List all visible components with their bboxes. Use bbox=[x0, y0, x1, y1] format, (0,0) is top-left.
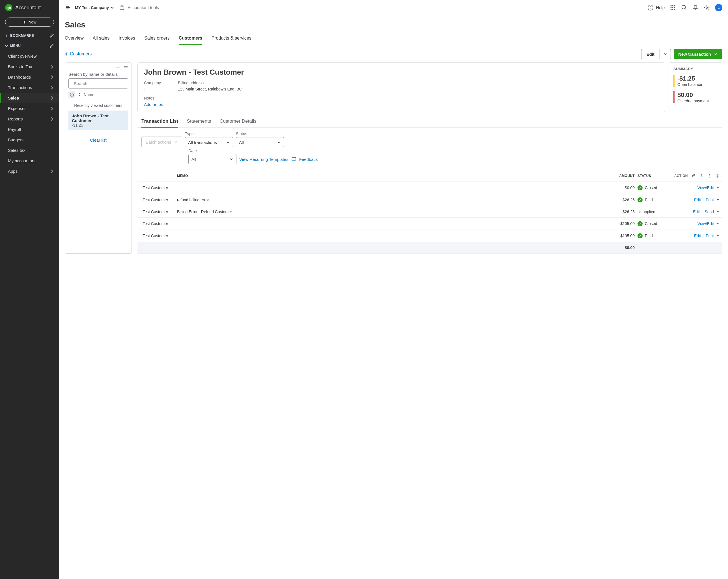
sidebar-item-payroll[interactable]: Payroll bbox=[0, 124, 59, 135]
sidebar-item-expenses[interactable]: Expenses bbox=[0, 103, 59, 114]
caret-down-icon[interactable] bbox=[716, 234, 720, 237]
row-memo: Billing Error - Refund Customer bbox=[177, 210, 603, 214]
edit-button[interactable]: Edit bbox=[641, 49, 660, 59]
print-icon[interactable] bbox=[692, 174, 696, 178]
back-to-customers-link[interactable]: Customers bbox=[65, 51, 92, 56]
menu-section[interactable]: MENU bbox=[0, 41, 59, 51]
tab-customers[interactable]: Customers bbox=[179, 33, 203, 45]
new-transaction-button[interactable]: New transaction bbox=[674, 49, 722, 59]
feedback-link[interactable]: Feedback bbox=[299, 157, 318, 162]
row-action-link[interactable]: Edit bbox=[693, 210, 700, 214]
row-action-link[interactable]: Print bbox=[706, 234, 714, 238]
more-icon[interactable] bbox=[708, 174, 711, 178]
sidebar-item-books-to-tax[interactable]: Books to Tax bbox=[0, 61, 59, 72]
row-action-link[interactable]: View/Edit bbox=[698, 221, 714, 226]
help-button[interactable]: ? Help bbox=[647, 4, 665, 11]
new-button[interactable]: New bbox=[5, 18, 54, 27]
collapse-sidebar-icon[interactable] bbox=[65, 5, 70, 10]
sidebar-item-sales-tax[interactable]: Sales tax bbox=[0, 145, 59, 156]
app-name: Accountant bbox=[15, 5, 41, 11]
edit-menu-icon[interactable] bbox=[50, 44, 54, 48]
page-tabs: OverviewAll salesInvoicesSales ordersCus… bbox=[65, 33, 722, 45]
inner-tab-statements[interactable]: Statements bbox=[187, 115, 211, 128]
status-filter-dropdown[interactable]: All bbox=[236, 137, 284, 147]
customer-search-input[interactable] bbox=[74, 81, 128, 86]
tab-all-sales[interactable]: All sales bbox=[93, 33, 110, 45]
sidebar-item-dashboards[interactable]: Dashboards bbox=[0, 72, 59, 82]
row-action-link[interactable]: Edit bbox=[694, 198, 701, 202]
edit-dropdown-button[interactable] bbox=[660, 49, 671, 59]
sidebar-item-transactions[interactable]: Transactions bbox=[0, 82, 59, 93]
edit-bookmarks-icon[interactable] bbox=[50, 33, 54, 38]
bell-icon[interactable] bbox=[692, 4, 699, 11]
company-selector[interactable]: MY Test Company bbox=[75, 5, 114, 10]
sidebar-item-client-overview[interactable]: Client overview bbox=[0, 51, 59, 61]
inner-tab-customer-details[interactable]: Customer Details bbox=[219, 115, 256, 128]
sidebar-item-apps[interactable]: Apps bbox=[0, 166, 59, 177]
caret-down-icon[interactable] bbox=[716, 222, 720, 225]
chevron-right-icon bbox=[5, 34, 8, 37]
help-icon: ? bbox=[647, 4, 654, 11]
qb-logo-icon: qb bbox=[5, 4, 12, 11]
caret-down-icon[interactable] bbox=[716, 210, 720, 213]
svg-rect-0 bbox=[120, 7, 124, 9]
tab-invoices[interactable]: Invoices bbox=[119, 33, 135, 45]
gear-icon[interactable] bbox=[704, 4, 710, 11]
inner-tab-transaction-list[interactable]: Transaction List bbox=[141, 115, 178, 128]
chevron-right-icon bbox=[50, 96, 54, 100]
row-amount: $105.00 bbox=[606, 234, 635, 238]
user-avatar[interactable]: L bbox=[715, 4, 722, 11]
recent-label: Recently viewed customers bbox=[69, 103, 128, 108]
tab-products-services[interactable]: Products & services bbox=[211, 33, 251, 45]
tab-overview[interactable]: Overview bbox=[65, 33, 84, 45]
sidebar-item-label: Books to Tax bbox=[8, 64, 32, 69]
table-row[interactable]: - Test Customerrefund billing error$26.2… bbox=[137, 194, 722, 206]
table-row[interactable]: - Test Customer$105.00✓PaidEditPrint bbox=[137, 230, 722, 242]
row-amount: −$105.00 bbox=[606, 221, 635, 226]
row-action-link[interactable]: View/Edit bbox=[698, 185, 714, 190]
row-amount: −$26.25 bbox=[606, 210, 635, 214]
sidebar-item-my-accountant[interactable]: My accountant bbox=[0, 156, 59, 166]
apps-grid-icon[interactable] bbox=[670, 4, 676, 11]
caret-down-icon[interactable] bbox=[716, 198, 720, 202]
chevron-down-icon bbox=[714, 52, 718, 56]
batch-actions-label: Batch actions bbox=[146, 140, 171, 144]
list-settings-icon[interactable] bbox=[124, 65, 128, 70]
row-action-link[interactable]: Send bbox=[704, 210, 714, 214]
svg-rect-11 bbox=[674, 9, 675, 10]
sidebar-item-budgets[interactable]: Budgets bbox=[0, 135, 59, 145]
add-notes-link[interactable]: Add notes bbox=[144, 102, 659, 107]
sidebar-item-reports[interactable]: Reports bbox=[0, 114, 59, 124]
search-icon[interactable] bbox=[681, 4, 687, 11]
svg-rect-9 bbox=[671, 9, 672, 10]
table-row[interactable]: - Test CustomerBilling Error - Refund Cu… bbox=[137, 206, 722, 218]
accountant-tools-label: Accountant tools bbox=[128, 5, 159, 10]
accountant-tools-link[interactable]: Accountant tools bbox=[119, 5, 159, 10]
export-icon[interactable] bbox=[700, 174, 704, 178]
add-customer-icon[interactable] bbox=[116, 65, 120, 70]
summary-title: SUMMARY bbox=[673, 67, 718, 71]
new-button-label: New bbox=[28, 20, 36, 24]
billing-address-label: Billing address bbox=[178, 81, 242, 85]
table-row[interactable]: - Test Customer−$105.00✓ClosedView/Edit bbox=[137, 218, 722, 230]
customer-list-item[interactable]: John Brown - Test Customer -$1.25 bbox=[69, 110, 128, 130]
tab-sales-orders[interactable]: Sales orders bbox=[144, 33, 170, 45]
bookmarks-section[interactable]: BOOKMARKS bbox=[0, 30, 59, 41]
sort-row[interactable]: Name bbox=[69, 91, 128, 98]
clear-list-link[interactable]: Clear list bbox=[69, 138, 128, 142]
date-filter-dropdown[interactable]: All bbox=[188, 154, 236, 164]
table-row[interactable]: - Test Customer$0.00✓ClosedView/Edit bbox=[137, 182, 722, 194]
svg-point-21 bbox=[709, 177, 710, 178]
customer-search-box[interactable] bbox=[69, 78, 128, 88]
row-action-link[interactable]: Print bbox=[706, 198, 714, 202]
new-transaction-label: New transaction bbox=[678, 52, 711, 56]
sidebar-item-label: Payroll bbox=[8, 127, 21, 132]
batch-actions-button[interactable]: Batch actions bbox=[141, 136, 182, 147]
table-settings-icon[interactable] bbox=[716, 174, 720, 178]
view-recurring-link[interactable]: View Recurring Templates bbox=[239, 157, 288, 162]
type-filter-dropdown[interactable]: All transactions bbox=[185, 137, 233, 147]
caret-down-icon[interactable] bbox=[716, 186, 720, 189]
sidebar-item-sales[interactable]: Sales bbox=[0, 93, 59, 103]
row-action-link[interactable]: Edit bbox=[694, 234, 701, 238]
svg-point-22 bbox=[717, 175, 718, 177]
